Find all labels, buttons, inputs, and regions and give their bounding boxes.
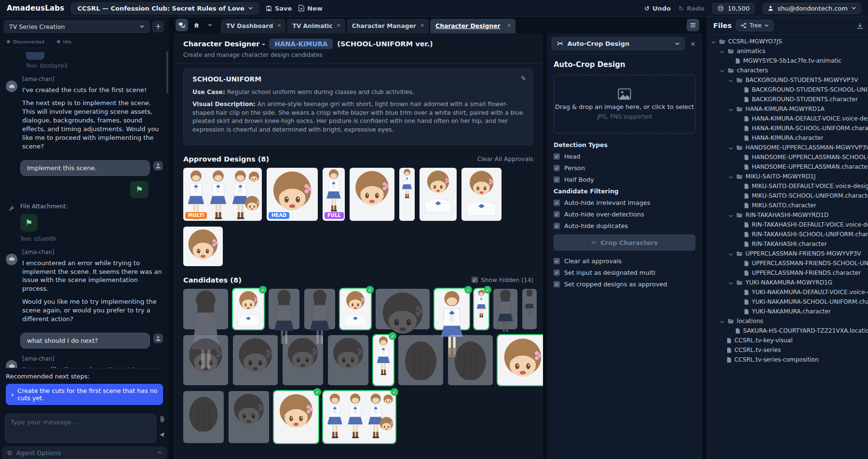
design-thumbnail[interactable]	[522, 289, 537, 329]
design-thumbnail[interactable]: ✓	[434, 289, 469, 329]
tree-item[interactable]: RIN-TAKAHASHI.character	[706, 239, 868, 249]
tree-expand-icon[interactable]	[729, 173, 733, 180]
user-avatar-button[interactable]	[153, 161, 163, 171]
design-thumbnail[interactable]	[350, 168, 394, 221]
panel-list-button[interactable]	[687, 19, 699, 31]
tree-item[interactable]: YUKI-NAKAMURA-MGWYRD1G	[706, 278, 868, 287]
tree-item[interactable]: YUKI-NAKAMURA-SCHOOL-UNIFORM.character-d	[706, 297, 868, 307]
tree-item[interactable]: HANA-KIMURA-SCHOOL-UNIFORM.character-des	[706, 123, 868, 133]
clear-all-approvals-button[interactable]: Clear All Approvals	[477, 156, 533, 162]
tree-item[interactable]: HANA-KIMURA-DEFAULT-VOICE.voice-design	[706, 114, 868, 123]
edit-icon[interactable]: ✎	[521, 75, 526, 82]
tree-item[interactable]: UPPERCLASSMAN-FRIENDS.character	[706, 268, 868, 278]
close-panel-icon[interactable]: ×	[689, 40, 697, 48]
flag-icon[interactable]: ⚑	[130, 181, 149, 198]
design-thumbnail[interactable]: HEAD	[267, 168, 318, 221]
checkbox[interactable]: ✓	[554, 176, 560, 183]
design-thumbnail[interactable]: ✓	[233, 289, 264, 329]
account-menu[interactable]: shu@dondontech.com	[762, 3, 861, 14]
design-thumbnail[interactable]	[283, 335, 323, 385]
design-thumbnail[interactable]	[461, 168, 502, 221]
tree-item[interactable]: HANDSOME-UPPERCLASSMAN-MGWYVP3V	[706, 143, 868, 152]
tree-expand-icon[interactable]	[720, 67, 725, 74]
tree-item[interactable]: RIN-TAKAHASHI-DEFAULT-VOICE.voice-design	[706, 220, 868, 230]
image-dropzone[interactable]: Drag & drop an image here, or click to s…	[554, 75, 695, 134]
design-thumbnail[interactable]: ✓	[474, 289, 488, 329]
design-thumbnail[interactable]: FULL	[323, 168, 345, 221]
post-crop-option[interactable]: ✓ Set cropped designs as approved	[554, 281, 695, 288]
tree-expand-icon[interactable]	[729, 279, 733, 286]
tree-item[interactable]: SAKURA-HS-COURTYARD-TZZ21VXA.location	[706, 326, 868, 336]
user-avatar-button[interactable]	[153, 334, 163, 343]
tab-character-manager[interactable]: Character Manager CCSRL - Characters ×	[347, 19, 429, 33]
redo-button[interactable]: ↻ Redo	[678, 5, 705, 12]
checkbox[interactable]: ✓	[554, 211, 560, 217]
workspace-selector[interactable]: TV Series Creation	[4, 20, 149, 33]
tab-list-dropdown[interactable]	[204, 19, 215, 31]
close-tab-icon[interactable]: ×	[420, 22, 424, 28]
tree-item[interactable]: MIKU-SAITO.character	[706, 201, 868, 210]
tree-expand-icon[interactable]	[729, 144, 733, 151]
post-crop-option[interactable]: ✓ Set input as designated multi	[554, 269, 695, 276]
design-thumbnail[interactable]	[420, 168, 457, 221]
tree-item[interactable]: CCSRL-MGWYO7JS	[706, 37, 868, 46]
new-button[interactable]: New	[298, 5, 323, 12]
detection-option[interactable]: ✓ Person	[554, 164, 695, 172]
close-tab-icon[interactable]: ×	[507, 22, 511, 28]
tab-tv-dashboard[interactable]: TV Dashboard CCSRL Dashboard ×	[221, 19, 285, 33]
crop-characters-button[interactable]: ✂ Crop Characters	[554, 234, 695, 251]
design-thumbnail[interactable]	[229, 391, 269, 443]
show-hidden-toggle[interactable]: ✓ Show hidden (14)	[472, 277, 533, 284]
tree-item[interactable]: CCSRL.tv-key-visual	[706, 336, 868, 345]
tree-item[interactable]: HANDSOME-UPPERCLASSMAN-SCHOOL-UNIFORM	[706, 152, 868, 162]
close-tab-icon[interactable]: ×	[337, 22, 341, 28]
home-button[interactable]	[191, 19, 202, 31]
tree-item[interactable]: MGWYSYC9-5b1ac7fe.tv-animatic	[706, 56, 868, 66]
chat-panel-button[interactable]	[176, 19, 188, 31]
tree-item[interactable]: CCSRL.tv-series-composition	[706, 355, 868, 364]
tree-item[interactable]: HANDSOME-UPPERCLASSMAN.character	[706, 162, 868, 172]
project-selector[interactable]: CCSRL — Confession Club: Secret Rules of…	[71, 2, 258, 14]
design-thumbnail[interactable]	[183, 227, 223, 266]
detection-option[interactable]: ✓ Head	[554, 153, 695, 160]
tree-item[interactable]: BACKGROUND-STUDENTS.character	[706, 94, 868, 104]
tree-item[interactable]: MIKU-SAITO-DEFAULT-VOICE.voice-design	[706, 181, 868, 191]
detection-option[interactable]: ✓ Half Body	[554, 176, 695, 183]
send-icon[interactable]	[159, 432, 165, 438]
design-thumbnail[interactable]	[183, 289, 228, 329]
tree-item[interactable]: MIKU-SAITO-SCHOOL-UNIFORM.character-desi…	[706, 191, 868, 201]
undo-button[interactable]: ↺ Undo	[644, 5, 671, 12]
filtering-option[interactable]: ✓ Auto-hide duplicates	[554, 222, 695, 230]
save-button[interactable]: Save	[266, 5, 292, 12]
checkbox[interactable]: ✓	[554, 258, 560, 264]
design-thumbnail[interactable]	[376, 289, 430, 329]
design-thumbnail[interactable]: ✓	[274, 391, 318, 443]
design-thumbnail[interactable]: ✓	[340, 289, 371, 329]
message-input[interactable]	[5, 414, 156, 443]
design-thumbnail[interactable]	[183, 391, 224, 443]
recommended-action-button[interactable]: › Create the cuts for the first scene th…	[6, 384, 163, 405]
checkbox[interactable]: ✓	[554, 200, 560, 206]
tree-item[interactable]: locations	[706, 316, 868, 326]
design-thumbnail[interactable]: ✓	[373, 335, 393, 385]
tool-result-thumb[interactable]	[26, 52, 44, 60]
download-icon[interactable]	[857, 23, 863, 29]
design-thumbnail[interactable]: ✓	[498, 335, 543, 385]
tree-item[interactable]: HANA-KIMURA.character	[706, 133, 868, 143]
tab-character-designer[interactable]: Character Designer HANA-KIMURA - SCHOOL-…	[430, 19, 515, 33]
checkbox[interactable]: ✓	[554, 281, 560, 287]
design-thumbnail[interactable]	[328, 335, 368, 385]
filtering-option[interactable]: ✓ Auto-hide irrelevant images	[554, 199, 695, 206]
agent-options-bar[interactable]: ⚙ Agent Options	[2, 446, 167, 459]
tree-item[interactable]: UPPERCLASSMAN-FRIENDS-SCHOOL-UNIFORM.ch	[706, 258, 868, 268]
design-thumbnail[interactable]	[398, 335, 443, 385]
flag-attachment-thumb[interactable]: ⚑	[20, 214, 38, 231]
design-thumbnail[interactable]	[399, 168, 415, 221]
tree-item[interactable]: BACKGROUND-STUDENTS-SCHOOL-UNIFORM.cha	[706, 85, 868, 94]
post-crop-option[interactable]: ✓ Clear all approvals	[554, 257, 695, 265]
tool-selector[interactable]: ✂ Auto-Crop Design	[552, 37, 685, 50]
credits-display[interactable]: 10,500	[712, 3, 755, 14]
tree-item[interactable]: CCSRL.tv-series	[706, 345, 868, 355]
design-thumbnail[interactable]	[448, 335, 493, 385]
tree-item[interactable]: YUKI-NAKAMURA-DEFAULT-VOICE.voice-design	[706, 287, 868, 297]
